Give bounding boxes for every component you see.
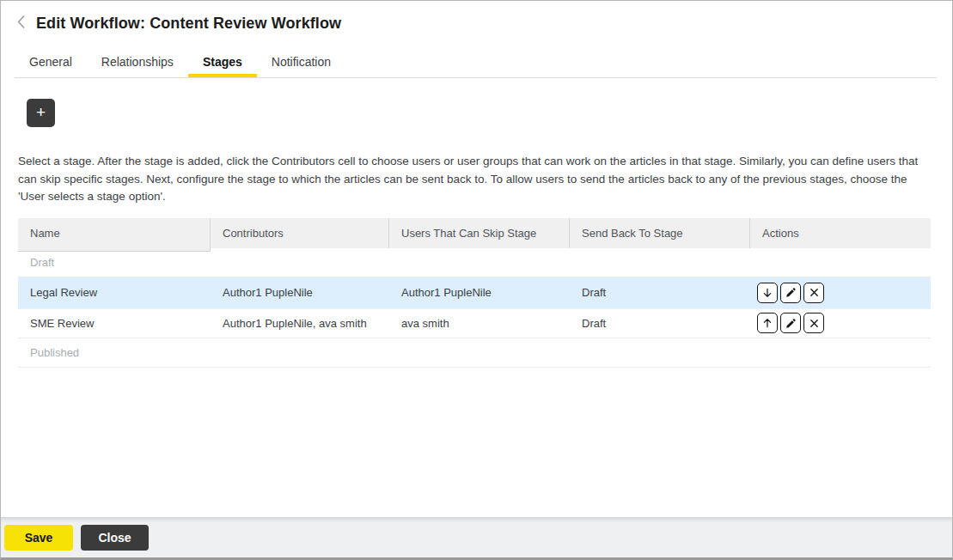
- cell-users-that-can-skip[interactable]: ava smith: [389, 317, 570, 330]
- close-button[interactable]: Close: [81, 525, 149, 551]
- column-header-send-back-to-stage: Send Back To Stage: [570, 218, 750, 248]
- delete-button[interactable]: [803, 283, 824, 303]
- cell-actions: [750, 283, 931, 303]
- page-title: Edit Workflow: Content Review Workflow: [36, 15, 341, 33]
- column-header-contributors: Contributors: [211, 218, 389, 248]
- chevron-left-icon: [16, 15, 26, 32]
- edit-workflow-window: Edit Workflow: Content Review Workflow G…: [0, 0, 953, 560]
- column-header-actions: Actions: [750, 218, 931, 248]
- footer-bar: Save Close: [1, 517, 952, 557]
- column-header-name: Name: [18, 218, 211, 252]
- plus-icon: +: [36, 104, 46, 120]
- move-up-icon: [761, 317, 773, 329]
- cell-users-that-can-skip[interactable]: Author1 PupleNile: [389, 286, 570, 299]
- table-row[interactable]: SME ReviewAuthor1 PupleNile, ava smithav…: [18, 309, 931, 338]
- save-button[interactable]: Save: [4, 525, 73, 551]
- delete-button[interactable]: [803, 313, 824, 333]
- cell-name: Draft: [18, 256, 211, 269]
- cell-contributors[interactable]: Author1 PupleNile, ava smith: [211, 317, 389, 330]
- edit-button[interactable]: [780, 283, 801, 303]
- table-row: Published: [18, 338, 931, 368]
- cell-name: Legal Review: [18, 286, 211, 299]
- add-stage-button[interactable]: +: [27, 99, 55, 127]
- edit-button[interactable]: [780, 313, 801, 333]
- cell-contributors[interactable]: Author1 PupleNile: [211, 286, 389, 299]
- tab-notification[interactable]: Notification: [257, 51, 345, 77]
- delete-icon: [809, 318, 820, 329]
- move-down-button[interactable]: [757, 283, 778, 303]
- table-row: Draft: [18, 248, 931, 277]
- tab-stages[interactable]: Stages: [188, 51, 257, 77]
- back-button[interactable]: [13, 14, 28, 33]
- cell-actions: [750, 313, 931, 333]
- table-header-row: Name Contributors Users That Can Skip St…: [18, 218, 931, 248]
- cell-send-back-to[interactable]: Draft: [570, 286, 750, 299]
- move-up-button[interactable]: [757, 313, 778, 333]
- stage-instructions-text: Select a stage. After the stage is added…: [18, 153, 937, 206]
- tab-bar: General Relationships Stages Notificatio…: [15, 51, 937, 78]
- edit-icon: [785, 287, 797, 298]
- tab-general[interactable]: General: [15, 51, 87, 77]
- stages-table: Name Contributors Users That Can Skip St…: [18, 218, 931, 368]
- tab-relationships[interactable]: Relationships: [87, 51, 188, 77]
- move-down-icon: [761, 287, 773, 299]
- cell-send-back-to[interactable]: Draft: [570, 317, 750, 330]
- delete-icon: [809, 287, 820, 298]
- cell-name: Published: [18, 346, 211, 359]
- edit-icon: [785, 318, 797, 329]
- column-header-users-that-can-skip-stage: Users That Can Skip Stage: [389, 218, 570, 248]
- titlebar: Edit Workflow: Content Review Workflow: [1, 1, 952, 33]
- table-body: DraftLegal ReviewAuthor1 PupleNileAuthor…: [18, 248, 931, 368]
- cell-name: SME Review: [18, 317, 211, 330]
- table-row[interactable]: Legal ReviewAuthor1 PupleNileAuthor1 Pup…: [18, 277, 931, 309]
